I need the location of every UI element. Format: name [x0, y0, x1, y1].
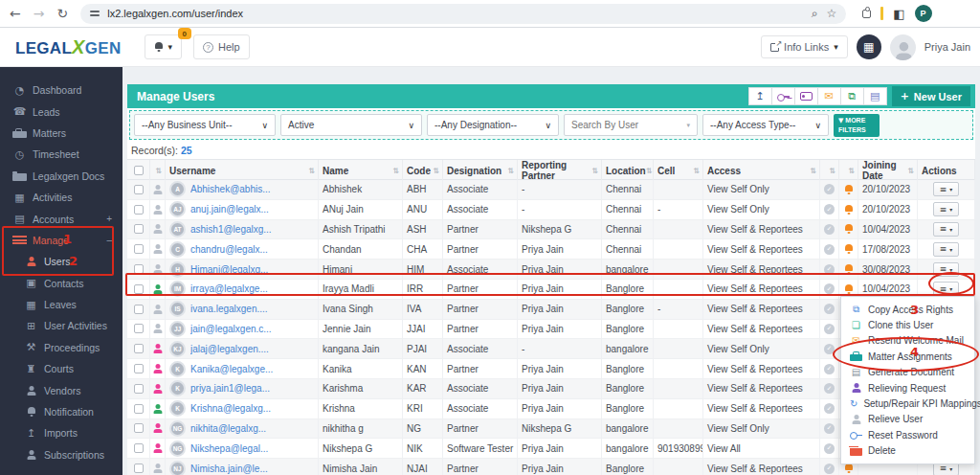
- row-actions-menu-button[interactable]: [933, 242, 959, 257]
- sidebar-item-dashboard[interactable]: ◔Dashboard: [0, 79, 122, 101]
- calendar-button[interactable]: ▦: [857, 34, 881, 59]
- row-select-cell[interactable]: [127, 459, 150, 475]
- sidebar-item-matters[interactable]: Matters: [0, 123, 122, 144]
- access-type-select[interactable]: --Any Access Type--∨: [702, 114, 829, 136]
- row-checkbox[interactable]: [134, 264, 144, 274]
- menu-item-setup-repair-kpi-mappings[interactable]: ↻Setup/Repair KPI Mappings: [841, 396, 974, 411]
- bell-icon[interactable]: [844, 464, 854, 473]
- bell-icon[interactable]: [844, 284, 854, 294]
- sidebar-item-vendors[interactable]: Vendors: [0, 379, 122, 400]
- sidebar-item-subscriptions[interactable]: Subscriptions: [0, 444, 122, 465]
- sidebar-item-accounts[interactable]: ▤Accounts+: [0, 208, 122, 229]
- import-users-icon-button[interactable]: ↥: [748, 87, 772, 105]
- column-header-designation[interactable]: Designation⇅: [443, 160, 518, 181]
- row-select-cell[interactable]: [127, 379, 150, 398]
- row-select-cell[interactable]: [127, 239, 150, 259]
- sidebar-item-leads[interactable]: ☎Leads: [0, 101, 122, 122]
- column-header-icon-10[interactable]: ⇅: [820, 160, 839, 181]
- extensions-icon[interactable]: [862, 10, 871, 18]
- status-select[interactable]: Active∨: [280, 114, 422, 136]
- info-links-button[interactable]: Info Links ▾: [761, 35, 848, 58]
- url-text[interactable]: lx2.legalxgen.com/user/index: [107, 8, 243, 19]
- row-checkbox[interactable]: [134, 364, 144, 373]
- sidebar-item-proceedings[interactable]: ⚒Proceedings: [0, 337, 122, 358]
- username-link[interactable]: Himani@legalxg...: [190, 264, 268, 275]
- sidebar-item-courts[interactable]: ♜Courts: [0, 358, 122, 379]
- sort-icon[interactable]: ⇅: [693, 167, 700, 175]
- row-checkbox[interactable]: [134, 404, 144, 414]
- row-actions-menu-button[interactable]: [933, 182, 959, 196]
- username-link[interactable]: anuj.jain@legalx...: [190, 204, 269, 215]
- username-link[interactable]: Nikshepa@legal...: [190, 443, 268, 454]
- access-key-icon-button[interactable]: [771, 87, 795, 105]
- menu-item-relieve-user[interactable]: Relieve User: [841, 412, 974, 427]
- row-actions-menu-button[interactable]: [933, 202, 959, 216]
- browser-profile-avatar[interactable]: P: [915, 5, 932, 22]
- menu-item-clone-this-user[interactable]: ❏Clone this User: [841, 317, 974, 332]
- help-button[interactable]: ? Help: [193, 34, 250, 59]
- bookmark-star-icon[interactable]: ☆: [826, 8, 836, 19]
- username-link[interactable]: ivana.legalxgen....: [190, 304, 268, 314]
- username-link[interactable]: ashish1@legalxg...: [190, 224, 272, 235]
- more-filters-button[interactable]: ▼ MORE FILTERS: [834, 114, 880, 137]
- sort-icon[interactable]: ⇅: [308, 167, 315, 175]
- sidebar-item-imports[interactable]: ↥Imports: [0, 422, 122, 443]
- split-screen-icon[interactable]: ◧: [893, 8, 904, 20]
- sort-icon[interactable]: ⇅: [829, 167, 835, 175]
- username-link[interactable]: chandru@legalx...: [190, 244, 268, 255]
- column-header-cell[interactable]: Cell⇅: [654, 160, 703, 181]
- menu-item-generate-document[interactable]: ▤Generate Document: [841, 365, 974, 380]
- row-actions-menu-button[interactable]: [933, 262, 959, 277]
- menu-item-matter-assignments[interactable]: Matter Assignments: [841, 349, 974, 364]
- row-checkbox[interactable]: [134, 284, 144, 294]
- sidebar-item-notification[interactable]: Notification: [0, 401, 122, 422]
- sidebar-item-user-activities[interactable]: ⊞User Activities: [0, 315, 122, 336]
- sort-icon[interactable]: ⇅: [507, 167, 514, 175]
- row-select-cell[interactable]: [127, 180, 150, 199]
- username-link[interactable]: jain@legalxgen.c...: [190, 324, 272, 334]
- column-header-reporting-partner[interactable]: Reporting Partner⇅: [518, 160, 602, 181]
- menu-item-copy-access-rights[interactable]: ⧉Copy Access Rights: [841, 302, 974, 317]
- row-checkbox[interactable]: [134, 344, 144, 353]
- row-select-cell[interactable]: [127, 339, 150, 358]
- avatar[interactable]: [890, 34, 916, 60]
- username-link[interactable]: Kanika@legalxge...: [190, 364, 273, 374]
- username-link[interactable]: nikhita@legalxg...: [190, 423, 266, 434]
- sort-icon[interactable]: ⇅: [810, 167, 816, 175]
- column-header-username[interactable]: Username⇅: [166, 160, 319, 181]
- sidebar-item-leaves[interactable]: ▦Leaves: [0, 294, 122, 315]
- column-header-icon-11[interactable]: ⇅: [839, 160, 858, 181]
- sidebar-item-contacts[interactable]: ▣Contacts: [0, 273, 122, 294]
- row-select-cell[interactable]: [127, 359, 150, 378]
- sort-icon[interactable]: ⇅: [646, 167, 653, 175]
- bell-icon[interactable]: [844, 244, 854, 254]
- username-link[interactable]: jalaj@legalxgen....: [190, 344, 269, 354]
- column-header-name[interactable]: Name⇅: [319, 160, 403, 181]
- row-select-cell[interactable]: [127, 220, 150, 239]
- sidebar-item-legalxgen-docs[interactable]: Legalxgen Docs: [0, 166, 122, 187]
- address-bar[interactable]: lx2.legalxgen.com/user/index ⌕ ☆: [80, 4, 846, 24]
- row-checkbox[interactable]: [134, 224, 144, 234]
- column-header-code[interactable]: Code⇅: [403, 160, 443, 181]
- row-checkbox[interactable]: [134, 205, 144, 215]
- export-excel-icon-button[interactable]: ▤: [863, 87, 887, 105]
- select-all-checkbox[interactable]: [134, 166, 144, 175]
- column-header-icon-1[interactable]: ⇅: [150, 160, 166, 181]
- select-all-header[interactable]: [127, 160, 150, 181]
- row-select-cell[interactable]: [127, 419, 150, 439]
- menu-item-resend-welcome-mail[interactable]: ✉Resend Welcome Mail: [841, 333, 974, 349]
- bell-icon[interactable]: [844, 185, 854, 194]
- zoom-icon[interactable]: ⌕: [812, 8, 818, 19]
- notifications-button[interactable]: ▾ 0: [145, 34, 183, 59]
- column-header-location[interactable]: Location⇅: [602, 160, 654, 181]
- row-select-cell[interactable]: [127, 280, 150, 299]
- sort-icon[interactable]: ⇅: [848, 167, 855, 175]
- menu-item-reset-password[interactable]: Reset Password: [841, 427, 974, 442]
- row-actions-menu-button[interactable]: [933, 222, 959, 237]
- sort-icon[interactable]: ⇅: [155, 167, 162, 175]
- username-link[interactable]: Krishna@legalxg...: [190, 403, 271, 414]
- forward-icon[interactable]: →: [33, 6, 45, 21]
- bell-icon[interactable]: [844, 205, 854, 215]
- menu-item-delete[interactable]: Delete: [841, 443, 974, 459]
- username-link[interactable]: irraya@legalxge...: [190, 283, 268, 294]
